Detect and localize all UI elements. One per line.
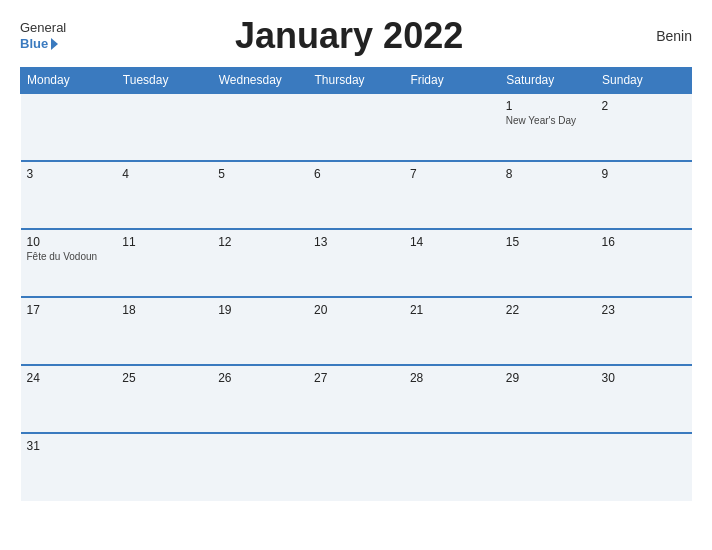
holiday-text: Fête du Vodoun <box>27 251 111 262</box>
day-cell-w5-d5: 28 <box>404 365 500 433</box>
week-row-4: 17181920212223 <box>21 297 692 365</box>
day-cell-w1-d3 <box>212 93 308 161</box>
day-number: 13 <box>314 235 398 249</box>
header-friday: Friday <box>404 68 500 94</box>
week-row-6: 31 <box>21 433 692 501</box>
day-cell-w4-d1: 17 <box>21 297 117 365</box>
day-cell-w2-d5: 7 <box>404 161 500 229</box>
day-cell-w5-d2: 25 <box>116 365 212 433</box>
day-cell-w4-d2: 18 <box>116 297 212 365</box>
day-cell-w3-d6: 15 <box>500 229 596 297</box>
day-cell-w5-d4: 27 <box>308 365 404 433</box>
day-cell-w1-d4 <box>308 93 404 161</box>
day-number: 23 <box>602 303 686 317</box>
weekday-header-row: Monday Tuesday Wednesday Thursday Friday… <box>21 68 692 94</box>
calendar-container: General Blue January 2022 Benin Monday T… <box>0 0 712 550</box>
logo-triangle-icon <box>51 38 58 50</box>
day-cell-w2-d1: 3 <box>21 161 117 229</box>
day-number: 1 <box>506 99 590 113</box>
day-number: 28 <box>410 371 494 385</box>
day-number: 26 <box>218 371 302 385</box>
day-number: 21 <box>410 303 494 317</box>
day-cell-w3-d2: 11 <box>116 229 212 297</box>
day-number: 16 <box>602 235 686 249</box>
day-number: 3 <box>27 167 111 181</box>
day-cell-w6-d3 <box>212 433 308 501</box>
day-cell-w3-d3: 12 <box>212 229 308 297</box>
day-number: 15 <box>506 235 590 249</box>
day-cell-w6-d1: 31 <box>21 433 117 501</box>
day-cell-w1-d2 <box>116 93 212 161</box>
day-cell-w1-d1 <box>21 93 117 161</box>
day-number: 29 <box>506 371 590 385</box>
day-cell-w1-d7: 2 <box>596 93 692 161</box>
day-number: 6 <box>314 167 398 181</box>
day-cell-w6-d7 <box>596 433 692 501</box>
day-number: 20 <box>314 303 398 317</box>
logo-general-text: General <box>20 20 66 36</box>
day-number: 27 <box>314 371 398 385</box>
day-cell-w2-d3: 5 <box>212 161 308 229</box>
day-cell-w1-d5 <box>404 93 500 161</box>
country-label: Benin <box>632 28 692 44</box>
header-sunday: Sunday <box>596 68 692 94</box>
day-number: 11 <box>122 235 206 249</box>
header-wednesday: Wednesday <box>212 68 308 94</box>
day-cell-w4-d4: 20 <box>308 297 404 365</box>
day-cell-w6-d5 <box>404 433 500 501</box>
day-number: 22 <box>506 303 590 317</box>
day-cell-w3-d7: 16 <box>596 229 692 297</box>
day-cell-w3-d1: 10Fête du Vodoun <box>21 229 117 297</box>
day-cell-w4-d5: 21 <box>404 297 500 365</box>
day-number: 2 <box>602 99 686 113</box>
logo: General Blue <box>20 20 66 51</box>
day-number: 10 <box>27 235 111 249</box>
day-cell-w2-d4: 6 <box>308 161 404 229</box>
day-cell-w4-d6: 22 <box>500 297 596 365</box>
week-row-1: 1New Year's Day2 <box>21 93 692 161</box>
header-saturday: Saturday <box>500 68 596 94</box>
day-number: 8 <box>506 167 590 181</box>
holiday-text: New Year's Day <box>506 115 590 126</box>
calendar-title: January 2022 <box>66 15 632 57</box>
day-cell-w6-d6 <box>500 433 596 501</box>
week-row-3: 10Fête du Vodoun111213141516 <box>21 229 692 297</box>
day-number: 9 <box>602 167 686 181</box>
day-number: 5 <box>218 167 302 181</box>
day-number: 31 <box>27 439 111 453</box>
header-monday: Monday <box>21 68 117 94</box>
day-cell-w3-d4: 13 <box>308 229 404 297</box>
calendar-header: General Blue January 2022 Benin <box>20 15 692 57</box>
day-number: 14 <box>410 235 494 249</box>
header-thursday: Thursday <box>308 68 404 94</box>
day-cell-w6-d2 <box>116 433 212 501</box>
day-number: 12 <box>218 235 302 249</box>
calendar-table: Monday Tuesday Wednesday Thursday Friday… <box>20 67 692 501</box>
day-cell-w5-d3: 26 <box>212 365 308 433</box>
day-number: 7 <box>410 167 494 181</box>
logo-blue-text: Blue <box>20 36 48 52</box>
day-number: 17 <box>27 303 111 317</box>
day-number: 30 <box>602 371 686 385</box>
day-cell-w4-d7: 23 <box>596 297 692 365</box>
day-cell-w2-d7: 9 <box>596 161 692 229</box>
header-tuesday: Tuesday <box>116 68 212 94</box>
day-cell-w2-d2: 4 <box>116 161 212 229</box>
day-number: 24 <box>27 371 111 385</box>
day-number: 25 <box>122 371 206 385</box>
day-number: 4 <box>122 167 206 181</box>
day-cell-w3-d5: 14 <box>404 229 500 297</box>
day-cell-w5-d1: 24 <box>21 365 117 433</box>
week-row-5: 24252627282930 <box>21 365 692 433</box>
day-cell-w6-d4 <box>308 433 404 501</box>
week-row-2: 3456789 <box>21 161 692 229</box>
day-cell-w4-d3: 19 <box>212 297 308 365</box>
day-number: 19 <box>218 303 302 317</box>
day-cell-w5-d7: 30 <box>596 365 692 433</box>
day-cell-w1-d6: 1New Year's Day <box>500 93 596 161</box>
day-cell-w5-d6: 29 <box>500 365 596 433</box>
day-number: 18 <box>122 303 206 317</box>
day-cell-w2-d6: 8 <box>500 161 596 229</box>
